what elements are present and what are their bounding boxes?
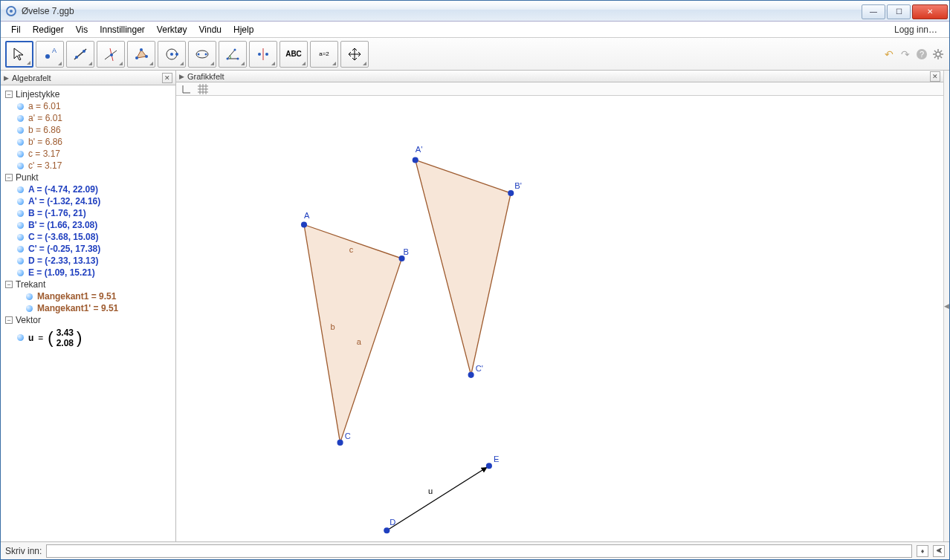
- label-C: C: [345, 432, 351, 440]
- point-Cp[interactable]: [468, 372, 474, 378]
- leaf-text: B' = (1.66, 23.08): [28, 220, 97, 230]
- leaf-mangekant1[interactable]: Mangekant1 = 9.51: [4, 290, 175, 302]
- bullet-icon: [17, 103, 24, 110]
- undo-icon[interactable]: ↶: [882, 48, 896, 61]
- point-Bp[interactable]: [508, 190, 514, 196]
- tool-perpendicular[interactable]: [97, 41, 125, 68]
- triangle-apbpcp[interactable]: [416, 160, 511, 375]
- tool-slider[interactable]: a=2: [310, 41, 338, 68]
- point-E[interactable]: [486, 463, 492, 469]
- menu-innstillinger[interactable]: Innstillinger: [94, 23, 151, 36]
- tree-group-linjestykke[interactable]: − Linjestykke: [4, 88, 175, 100]
- label-u: u: [428, 486, 433, 495]
- tool-reflect[interactable]: [249, 41, 277, 68]
- svg-point-15: [170, 53, 173, 56]
- tool-line[interactable]: [66, 41, 94, 68]
- leaf-Cp[interactable]: C' = (-0.25, 17.38): [4, 243, 175, 255]
- minimize-button[interactable]: —: [862, 4, 885, 19]
- tool-circle[interactable]: [158, 41, 186, 68]
- tree-group-vektor[interactable]: − Vektor: [4, 314, 175, 326]
- leaf-mangekant1p[interactable]: Mangekant1' = 9.51: [4, 302, 175, 314]
- toolbar-right: ↶ ↷ ?: [882, 48, 945, 61]
- tool-point[interactable]: A: [36, 41, 64, 68]
- leaf-E[interactable]: E = (1.09, 15.21): [4, 267, 175, 279]
- tool-text[interactable]: ABC: [279, 41, 308, 68]
- axes-toggle-icon[interactable]: [181, 83, 193, 95]
- triangle-abc[interactable]: [304, 225, 402, 443]
- algebra-close-icon[interactable]: ✕: [162, 73, 172, 83]
- help-icon[interactable]: ?: [915, 48, 928, 61]
- leaf-Ap[interactable]: A' = (-1.32, 24.16): [4, 195, 175, 207]
- leaf-cp[interactable]: c' = 3.17: [4, 160, 175, 172]
- toggle-icon[interactable]: −: [5, 174, 13, 181]
- algebra-header[interactable]: ▶ Algebrafelt ✕: [1, 71, 175, 85]
- graphics-close-icon[interactable]: ✕: [930, 71, 940, 82]
- tree-group-punkt[interactable]: − Punkt: [4, 172, 175, 183]
- leaf-a[interactable]: a = 6.01: [4, 100, 175, 112]
- leaf-b[interactable]: b = 6.86: [4, 124, 175, 136]
- grid-toggle-icon[interactable]: [197, 83, 209, 95]
- tool-conic[interactable]: [188, 41, 216, 68]
- menu-rediger[interactable]: Rediger: [27, 23, 70, 36]
- point-D[interactable]: [384, 527, 390, 533]
- tool-move[interactable]: [5, 41, 33, 68]
- leaf-text: a = 6.01: [28, 101, 61, 111]
- svg-line-36: [940, 51, 942, 52]
- input-history-icon[interactable]: ♦: [917, 545, 928, 557]
- leaf-Bp[interactable]: B' = (1.66, 23.08): [4, 219, 175, 231]
- label-D: D: [390, 518, 395, 527]
- leaf-C[interactable]: C = (-3.68, 15.08): [4, 231, 175, 243]
- close-button[interactable]: ✕: [912, 4, 948, 19]
- tree-group-trekant[interactable]: − Trekant: [4, 279, 175, 290]
- menu-fil[interactable]: Fil: [5, 23, 27, 36]
- menu-verktoy[interactable]: Verktøy: [151, 23, 193, 36]
- titlebar[interactable]: Øvelse 7.ggb — ☐ ✕: [1, 1, 949, 22]
- label-Bp: B': [514, 181, 522, 190]
- menu-hjelp[interactable]: Hjelp: [227, 23, 259, 36]
- collapse-icon: ▶: [4, 74, 9, 82]
- maximize-button[interactable]: ☐: [887, 4, 911, 19]
- bullet-icon: [17, 127, 24, 134]
- tool-angle[interactable]: [219, 41, 247, 68]
- bullet-icon: [17, 270, 24, 276]
- leaf-c[interactable]: c = 3.17: [4, 148, 175, 160]
- settings-icon[interactable]: [931, 48, 945, 61]
- graphics-canvas[interactable]: A B C A' B' C' D E a b c u: [176, 96, 943, 541]
- leaf-ap[interactable]: a' = 6.01: [4, 112, 175, 124]
- vector-u[interactable]: [387, 467, 487, 530]
- vector-val-1: 3.43: [56, 328, 74, 338]
- algebra-panel: ▶ Algebrafelt ✕ − Linjestykke a = 6.01 a…: [1, 71, 176, 541]
- tool-polygon[interactable]: [127, 41, 155, 68]
- leaf-A[interactable]: A = (-4.74, 22.09): [4, 183, 175, 195]
- label-c: c: [349, 245, 354, 254]
- svg-point-22: [234, 48, 236, 51]
- svg-text:A: A: [52, 47, 56, 54]
- algebra-tree[interactable]: − Linjestykke a = 6.01 a' = 6.01 b = 6.8…: [1, 85, 175, 541]
- graphics-header[interactable]: ▶ Grafikkfelt ✕: [176, 71, 943, 82]
- toggle-icon[interactable]: −: [5, 281, 13, 288]
- group-label: Linjestykke: [16, 89, 59, 100]
- svg-point-5: [75, 56, 78, 59]
- leaf-B[interactable]: B = (-1.76, 21): [4, 207, 175, 219]
- command-input[interactable]: [46, 544, 912, 558]
- tool-move-view[interactable]: [340, 41, 369, 68]
- toggle-icon[interactable]: −: [5, 91, 13, 98]
- graphics-toolbar: [176, 82, 943, 96]
- leaf-D[interactable]: D = (-2.33, 13.13): [4, 255, 175, 267]
- side-expand-handle[interactable]: ◀: [943, 71, 949, 541]
- leaf-vector-u[interactable]: u = ( 3.43 2.08 ): [4, 328, 175, 348]
- leaf-bp[interactable]: b' = 6.86: [4, 136, 175, 148]
- menu-vis[interactable]: Vis: [70, 23, 94, 36]
- redo-icon[interactable]: ↷: [899, 48, 912, 61]
- input-help-icon[interactable]: ⮜: [933, 545, 945, 557]
- svg-point-18: [198, 53, 200, 55]
- point-C[interactable]: [337, 440, 343, 446]
- point-B[interactable]: [398, 255, 404, 261]
- toggle-icon[interactable]: −: [5, 316, 13, 324]
- menu-vindu[interactable]: Vindu: [193, 23, 227, 36]
- point-Ap[interactable]: [413, 157, 419, 163]
- login-link[interactable]: Logg inn…: [894, 25, 945, 35]
- paren-left-icon: (: [48, 330, 53, 346]
- svg-line-34: [940, 56, 942, 58]
- point-A[interactable]: [301, 222, 307, 228]
